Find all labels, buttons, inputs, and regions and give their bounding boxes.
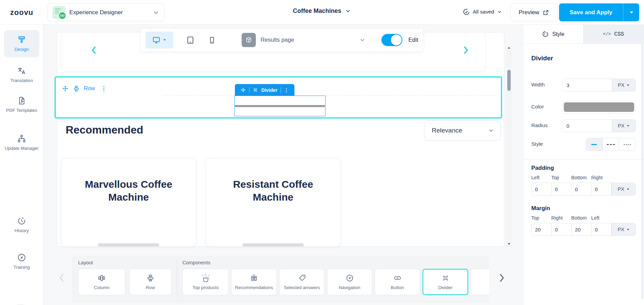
- padding-section-title: Padding: [531, 165, 554, 171]
- device-mobile-button[interactable]: [201, 32, 223, 48]
- color-picker[interactable]: [562, 101, 636, 114]
- component-recommendations[interactable]: Recommendations: [231, 269, 277, 295]
- style-dotted-option[interactable]: [619, 138, 635, 150]
- project-selector[interactable]: Coffee Machines: [293, 7, 351, 15]
- sort-dropdown[interactable]: Relevance: [424, 120, 501, 141]
- sidebar-item-pdf-templates[interactable]: PDF Templates: [0, 96, 43, 114]
- selected-row-outline[interactable]: Row ⋮ Divider ⋮: [54, 76, 502, 119]
- radius-input[interactable]: [562, 120, 612, 132]
- width-input[interactable]: [562, 79, 612, 91]
- padding-left-input[interactable]: [532, 183, 552, 195]
- tab-style[interactable]: Style: [523, 25, 583, 43]
- page-selector-label[interactable]: Results page: [261, 37, 294, 43]
- radius-unit-dropdown[interactable]: PX: [612, 120, 636, 132]
- component-label: Top products: [193, 285, 219, 290]
- save-options-caret[interactable]: [623, 3, 639, 21]
- component-card-clipped[interactable]: [471, 269, 489, 295]
- padding-unit-dropdown[interactable]: PX: [612, 183, 636, 195]
- component-button[interactable]: Button: [375, 269, 420, 295]
- divider-menu-icon[interactable]: ⋮: [284, 87, 289, 93]
- carousel-next-arrow[interactable]: [462, 46, 470, 55]
- scroll-down-arrow[interactable]: [507, 243, 511, 245]
- save-status[interactable]: All saved: [463, 8, 502, 16]
- product-image: [98, 243, 159, 246]
- components-scroll-right[interactable]: [498, 273, 505, 283]
- divider-icon: [252, 87, 258, 93]
- margin-left-input[interactable]: [592, 223, 612, 236]
- margin-top-input[interactable]: [532, 223, 552, 236]
- move-handle-icon[interactable]: [62, 85, 69, 92]
- app-switcher[interactable]: ED Experience Designer: [47, 3, 164, 21]
- solid-line-icon: [591, 144, 597, 145]
- padding-bottom-input[interactable]: [572, 183, 592, 195]
- divider-badge[interactable]: Divider ⋮: [235, 84, 294, 96]
- compass-icon: [346, 274, 354, 282]
- margin-right-input[interactable]: [552, 223, 572, 236]
- unit-label: PX: [618, 82, 624, 88]
- recommendations-icon: [250, 274, 258, 282]
- recommended-heading[interactable]: Recommended: [66, 124, 143, 136]
- component-column[interactable]: Column: [78, 269, 125, 295]
- zoovu-logo[interactable]: zoovu: [10, 8, 34, 17]
- sidebar-item-translation[interactable]: Translation: [0, 66, 43, 84]
- device-desktop-button[interactable]: [146, 32, 173, 48]
- caret-down-icon: [626, 228, 630, 231]
- row-icon: [73, 85, 80, 92]
- style-dashed-option[interactable]: [603, 138, 619, 150]
- sidebar-item-history[interactable]: History: [0, 216, 43, 234]
- component-selected-answers[interactable]: Selected answers: [279, 269, 325, 295]
- preview-button[interactable]: Preview: [510, 3, 558, 21]
- style-panel-scrollbar[interactable]: [641, 32, 643, 299]
- line-style-segments: [586, 138, 636, 151]
- left-sidebar: Design Translation PDF Templates Update …: [0, 25, 43, 305]
- product-card[interactable]: Resistant Coffee Machine: [205, 158, 341, 247]
- components-panel: Layout Components Column Row ☆☆☆ Top pro…: [72, 256, 489, 303]
- sidebar-item-label: Training: [14, 264, 30, 270]
- chevron-down-icon: [359, 37, 366, 43]
- product-card[interactable]: Marvellous Coffee Machine: [61, 158, 196, 247]
- row-menu-icon[interactable]: ⋮: [101, 85, 107, 92]
- code-icon: </>: [603, 32, 611, 37]
- row-badge: Row ⋮: [59, 81, 109, 96]
- sidebar-item-design[interactable]: Design: [4, 30, 39, 57]
- save-and-apply-split-button: Save and Apply: [559, 3, 639, 21]
- section-divider: [523, 159, 644, 160]
- margin-labels: Top Right Bottom Left: [531, 215, 636, 221]
- tab-css[interactable]: </> CSS: [583, 25, 644, 43]
- page-selector-chevron[interactable]: [359, 37, 366, 43]
- color-label: Color: [531, 104, 544, 110]
- components-scroll-left[interactable]: [58, 273, 65, 283]
- margin-unit-dropdown[interactable]: PX: [612, 223, 636, 236]
- scroll-up-arrow[interactable]: [507, 46, 511, 49]
- width-unit-dropdown[interactable]: PX: [612, 79, 636, 91]
- row-drop-guide: [164, 96, 497, 96]
- sidebar-item-training[interactable]: Training: [0, 253, 43, 270]
- canvas-scrollbar-thumb[interactable]: [507, 70, 511, 91]
- margin-bottom-input[interactable]: [572, 223, 592, 236]
- sitemap-icon: [17, 134, 26, 143]
- component-row[interactable]: Row: [129, 269, 172, 295]
- sidebar-item-label: Update Manager: [5, 145, 39, 151]
- device-tablet-button[interactable]: [179, 32, 201, 48]
- padding-right-input[interactable]: [592, 183, 612, 195]
- project-name: Coffee Machines: [293, 7, 341, 15]
- canvas-scrollbar-track[interactable]: [506, 45, 512, 247]
- edit-toggle[interactable]: [381, 34, 402, 46]
- style-solid-option[interactable]: [586, 138, 603, 150]
- sidebar-item-label: History: [15, 228, 29, 234]
- save-and-apply-button[interactable]: Save and Apply: [559, 3, 623, 21]
- carousel-prev-arrow[interactable]: [90, 46, 97, 55]
- component-top-products[interactable]: ☆☆☆ Top products: [182, 269, 229, 295]
- padding-top-input[interactable]: [552, 183, 572, 195]
- move-handle-icon[interactable]: [240, 87, 246, 93]
- top-bar: zoovu ED Experience Designer Coffee Mach…: [0, 0, 644, 25]
- divider-line[interactable]: [235, 105, 325, 107]
- external-link-icon: [542, 9, 549, 16]
- desktop-icon: [152, 36, 160, 44]
- component-divider-selected[interactable]: Divider: [422, 269, 468, 295]
- selected-element-title: Divider: [531, 55, 553, 62]
- sidebar-item-update-manager[interactable]: Update Manager: [0, 134, 43, 151]
- page-type-icon: [242, 33, 256, 47]
- chevron-down-icon: [345, 8, 351, 14]
- component-navigation[interactable]: Navigation: [327, 269, 372, 295]
